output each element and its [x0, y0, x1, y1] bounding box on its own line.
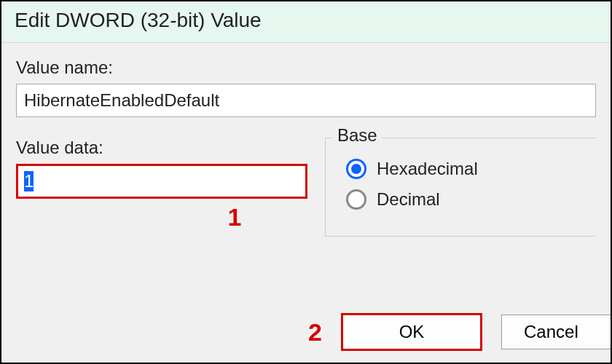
value-name-input[interactable]: [16, 84, 596, 117]
base-legend: Base: [333, 125, 382, 146]
value-name-label: Value name:: [16, 58, 596, 78]
radio-hexadecimal-label: Hexadecimal: [377, 159, 478, 179]
value-data-label: Value data:: [16, 138, 307, 158]
edit-dword-dialog: Edit DWORD (32-bit) Value Value name: Va…: [0, 0, 612, 364]
value-data-input[interactable]: [20, 167, 304, 195]
annotation-callout-1: 1: [16, 203, 307, 232]
dialog-button-row: 2 OK Cancel: [308, 314, 611, 349]
cancel-button[interactable]: Cancel: [501, 314, 611, 349]
value-data-block: Value data: 1: [16, 138, 307, 232]
annotation-callout-2: 2: [308, 318, 322, 347]
ok-button[interactable]: OK: [342, 314, 481, 349]
radio-decimal-row[interactable]: Decimal: [346, 189, 581, 210]
radio-decimal[interactable]: [346, 189, 366, 210]
dialog-title: Edit DWORD (32-bit) Value: [15, 9, 597, 32]
radio-decimal-label: Decimal: [377, 189, 440, 210]
base-groupbox: Base Hexadecimal Decimal: [325, 138, 596, 237]
dialog-titlebar: Edit DWORD (32-bit) Value: [1, 1, 611, 43]
value-data-highlight: [16, 164, 307, 199]
radio-hexadecimal-row[interactable]: Hexadecimal: [346, 159, 581, 179]
radio-hexadecimal[interactable]: [346, 159, 366, 179]
value-data-row: Value data: 1 Base Hexadecimal Decimal: [16, 138, 596, 237]
dialog-content: Value name: Value data: 1 Base Hexadecim…: [1, 43, 611, 237]
